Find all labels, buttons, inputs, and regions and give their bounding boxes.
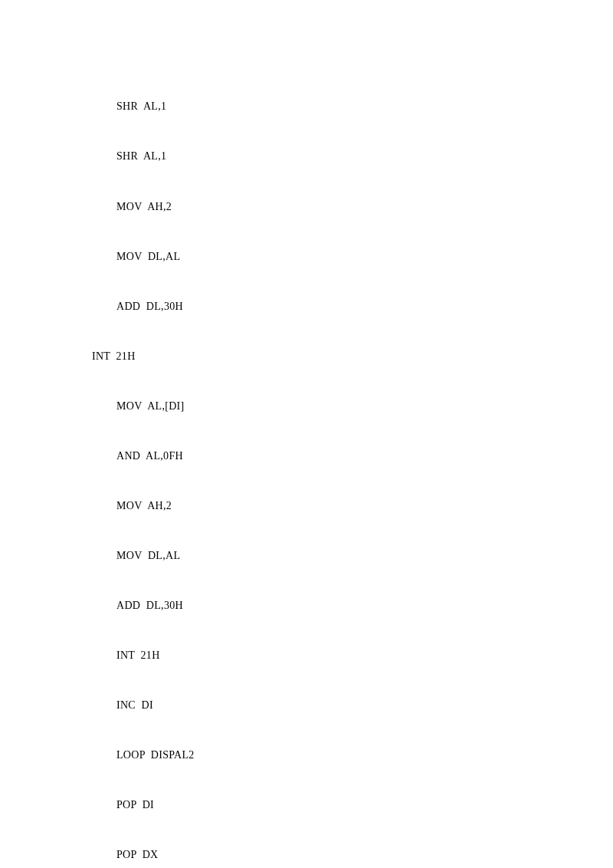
- code-line: MOV AH,2: [92, 498, 536, 515]
- code-line: MOV DL,AL: [92, 547, 536, 564]
- code-line: INT 21H: [92, 348, 536, 365]
- assembly-code-block: SHR AL,1 SHR AL,1 MOV AH,2 MOV DL,AL ADD…: [92, 65, 536, 868]
- code-line: ADD DL,30H: [92, 298, 536, 315]
- code-line: MOV DL,AL: [92, 248, 536, 265]
- code-line: POP DX: [92, 847, 536, 863]
- code-line: AND AL,0FH: [92, 448, 536, 465]
- code-line: MOV AH,2: [92, 199, 536, 215]
- code-line: POP DI: [92, 797, 536, 814]
- code-line: SHR AL,1: [92, 148, 536, 165]
- code-line: ADD DL,30H: [92, 597, 536, 614]
- code-line: LOOP DISPAL2: [92, 747, 536, 764]
- code-line: SHR AL,1: [92, 98, 536, 115]
- code-line: MOV AL,[DI]: [92, 398, 536, 415]
- code-line: INT 21H: [92, 647, 536, 664]
- code-line: INC DI: [92, 697, 536, 714]
